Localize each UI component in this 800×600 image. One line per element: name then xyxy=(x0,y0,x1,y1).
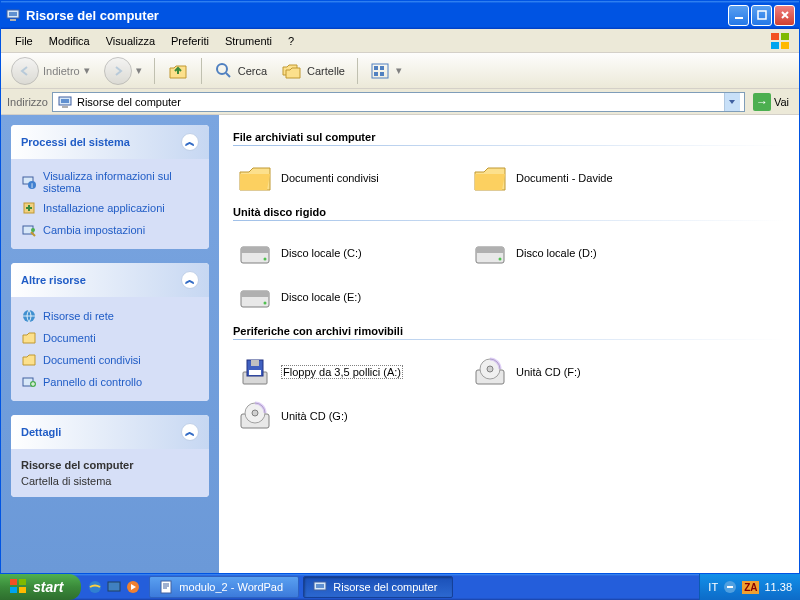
addressbar: Indirizzo Risorse del computer → Vai xyxy=(1,89,799,115)
svg-rect-34 xyxy=(241,291,269,297)
titlebar[interactable]: Risorse del computer xyxy=(1,1,799,29)
window-title: Risorse del computer xyxy=(26,8,728,23)
go-button[interactable]: → Vai xyxy=(749,91,793,113)
windows-flag-icon xyxy=(769,31,795,51)
drive-item[interactable]: Disco locale (C:) xyxy=(233,231,468,275)
folder-icon xyxy=(472,162,508,194)
item-label: Documenti condivisi xyxy=(281,172,379,184)
section-title: File archiviati sul computer xyxy=(233,131,785,143)
svg-rect-38 xyxy=(251,360,259,366)
tray-icon-za[interactable]: ZA xyxy=(742,581,759,594)
details-type: Cartella di sistema xyxy=(21,473,199,489)
item-label: Documenti - Davide xyxy=(516,172,613,184)
search-button[interactable]: Cerca xyxy=(210,59,271,83)
folders-button[interactable]: Cartelle xyxy=(277,59,349,83)
svg-rect-1 xyxy=(9,12,17,16)
back-button[interactable]: Indietro ▾ xyxy=(7,55,94,87)
svg-rect-8 xyxy=(781,42,789,49)
link-documents[interactable]: Documenti xyxy=(21,327,199,349)
chevron-down-icon: ▾ xyxy=(136,64,142,77)
folder-up-icon xyxy=(167,60,189,82)
panel-other-places: Altre risorse ︽ Risorse di rete Document… xyxy=(11,263,209,401)
address-input[interactable]: Risorse del computer xyxy=(52,92,745,112)
panel-title: Processi del sistema xyxy=(21,136,130,148)
link-add-remove[interactable]: Installazione applicazioni xyxy=(21,197,199,219)
panel-title: Altre risorse xyxy=(21,274,86,286)
svg-rect-4 xyxy=(758,11,766,19)
section-title: Periferiche con archivi rimovibili xyxy=(233,325,785,337)
svg-rect-46 xyxy=(10,579,17,585)
panel-header[interactable]: Altre risorse ︽ xyxy=(11,263,209,297)
network-icon xyxy=(21,308,37,324)
link-settings[interactable]: Cambia impostazioni xyxy=(21,219,199,241)
folder-icon xyxy=(21,330,37,346)
settings-icon xyxy=(21,222,37,238)
folders-icon xyxy=(281,61,303,81)
maximize-button[interactable] xyxy=(751,5,772,26)
link-control-panel[interactable]: Pannello di controllo xyxy=(21,371,199,393)
drive-item[interactable]: Disco locale (E:) xyxy=(233,275,468,319)
drive-item[interactable]: Unità CD (F:) xyxy=(468,350,703,394)
hdd-icon xyxy=(472,237,508,269)
forward-button[interactable]: ▾ xyxy=(100,55,146,87)
ie-icon[interactable] xyxy=(87,579,103,595)
panel-header[interactable]: Processi del sistema ︽ xyxy=(11,125,209,159)
link-network[interactable]: Risorse di rete xyxy=(21,305,199,327)
menu-edit[interactable]: Modifica xyxy=(41,32,98,50)
svg-rect-53 xyxy=(161,581,171,593)
address-value: Risorse del computer xyxy=(77,96,720,108)
svg-rect-47 xyxy=(19,579,26,585)
address-dropdown[interactable] xyxy=(724,93,740,111)
chevron-down-icon: ▾ xyxy=(396,64,402,77)
menu-favorites[interactable]: Preferiti xyxy=(163,32,217,50)
drive-item[interactable]: Floppy da 3,5 pollici (A:) xyxy=(233,350,468,394)
svg-rect-39 xyxy=(249,370,261,375)
explorer-window: Risorse del computer File Modifica Visua… xyxy=(0,0,800,574)
link-shared-docs[interactable]: Documenti condivisi xyxy=(21,349,199,371)
start-button[interactable]: start xyxy=(0,574,81,600)
drive-item[interactable]: Documenti condivisi xyxy=(233,156,468,200)
menu-view[interactable]: Visualizza xyxy=(98,32,163,50)
collapse-icon[interactable]: ︽ xyxy=(181,133,199,151)
chevron-down-icon: ▾ xyxy=(84,64,90,77)
item-label: Disco locale (E:) xyxy=(281,291,361,303)
tray-icon[interactable] xyxy=(723,580,737,594)
drive-item[interactable]: Disco locale (D:) xyxy=(468,231,703,275)
menu-file[interactable]: File xyxy=(7,32,41,50)
drive-item[interactable]: Documenti - Davide xyxy=(468,156,703,200)
minimize-button[interactable] xyxy=(728,5,749,26)
collapse-icon[interactable]: ︽ xyxy=(181,271,199,289)
svg-rect-14 xyxy=(380,72,384,76)
svg-rect-2 xyxy=(10,19,16,21)
taskbar-item-wordpad[interactable]: modulo_2 - WordPad xyxy=(149,576,299,598)
svg-rect-48 xyxy=(10,587,17,593)
menu-help[interactable]: ? xyxy=(280,32,302,50)
svg-rect-5 xyxy=(771,33,779,40)
desktop-icon[interactable] xyxy=(106,579,122,595)
menu-tools[interactable]: Strumenti xyxy=(217,32,280,50)
media-icon[interactable] xyxy=(125,579,141,595)
svg-rect-11 xyxy=(374,66,378,70)
panel-details: Dettagli ︽ Risorse del computer Cartella… xyxy=(11,415,209,497)
forward-arrow-icon xyxy=(104,57,132,85)
svg-rect-31 xyxy=(476,247,504,253)
drive-item[interactable]: Unità CD (G:) xyxy=(233,394,468,438)
quick-launch xyxy=(81,579,147,595)
up-button[interactable] xyxy=(163,58,193,84)
window-controls xyxy=(728,5,795,26)
views-button[interactable]: ▾ xyxy=(366,60,406,82)
item-label: Disco locale (C:) xyxy=(281,247,362,259)
section-divider xyxy=(233,220,785,221)
windows-logo-icon xyxy=(10,579,28,595)
search-icon xyxy=(214,61,234,81)
panel-header[interactable]: Dettagli ︽ xyxy=(11,415,209,449)
svg-point-45 xyxy=(252,410,258,416)
folder-icon xyxy=(237,162,273,194)
taskbar-item-mycomputer[interactable]: Risorse del computer xyxy=(303,576,453,598)
svg-rect-12 xyxy=(380,66,384,70)
collapse-icon[interactable]: ︽ xyxy=(181,423,199,441)
language-indicator[interactable]: IT xyxy=(708,581,718,593)
link-system-info[interactable]: i Visualizza informazioni sul sistema xyxy=(21,167,199,197)
clock[interactable]: 11.38 xyxy=(764,581,792,593)
close-button[interactable] xyxy=(774,5,795,26)
